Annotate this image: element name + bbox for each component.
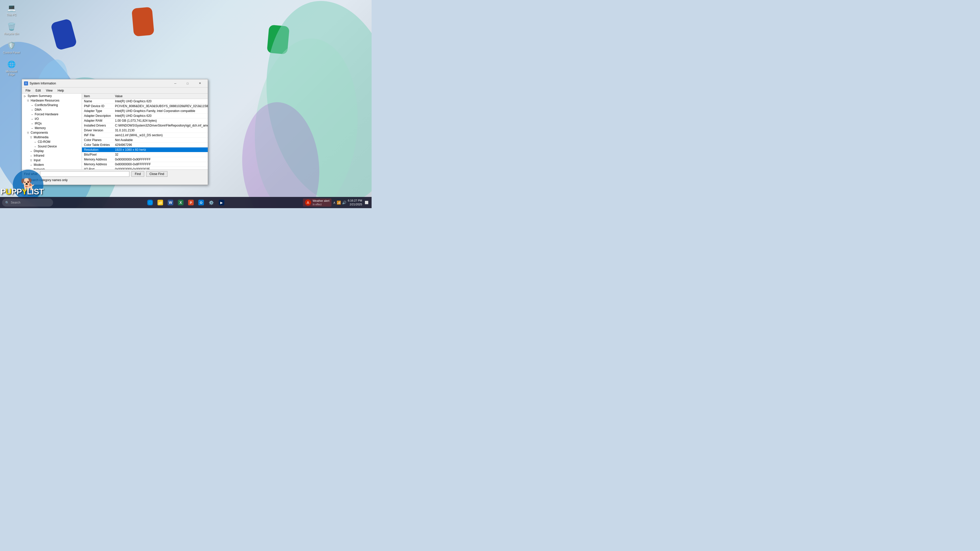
table-cell-value: 0x00003000-0x0000303F xyxy=(113,167,208,170)
data-panel: Item Value NameIntel(R) UHD Graphics 620… xyxy=(82,94,208,169)
table-row[interactable]: Driver Version31.0.101.2130 xyxy=(82,128,208,133)
table-cell-value: 1.00 GB (1,073,741,824 bytes) xyxy=(113,118,208,123)
close-button[interactable]: ✕ xyxy=(194,80,206,86)
tree-input[interactable]: ▽ Input xyxy=(22,158,82,162)
table-row[interactable]: Memory Address0x80000000-0x8FFFFFFF xyxy=(82,162,208,167)
clock-area[interactable]: 6:16:27 PM 2/21/2025 xyxy=(348,199,362,206)
tree-forced-hardware[interactable]: – Forced Hardware xyxy=(22,112,82,117)
menu-file[interactable]: File xyxy=(23,88,33,93)
search-category-label: Search category names only xyxy=(29,178,68,182)
desktop-icon-this-pc[interactable]: 💻 This PC xyxy=(3,3,21,16)
tree-display[interactable]: – Display xyxy=(22,149,82,153)
search-category-checkbox[interactable] xyxy=(24,179,27,182)
table-cell-item: Color Table Entries xyxy=(82,143,113,148)
table-row[interactable]: Color PlanesNot Available xyxy=(82,138,208,143)
taskbar-outlook[interactable]: O xyxy=(197,198,206,207)
table-row[interactable]: I/O Port0x00003000-0x0000303F xyxy=(82,167,208,170)
table-cell-value: PCI\VEN_8086&DEV_3EA0&SUBSYS_08881028&RE… xyxy=(113,104,208,109)
chevron-up-icon[interactable]: ∧ xyxy=(333,200,336,205)
tree-network[interactable]: – Network xyxy=(22,167,82,169)
maximize-button[interactable]: □ xyxy=(182,80,193,86)
network-icon[interactable]: 📶 xyxy=(337,200,341,205)
tree-conflicts-sharing[interactable]: – Conflicts/Sharing xyxy=(22,103,82,107)
table-cell-value: Intel(R) UHD Graphics 620 xyxy=(113,114,208,118)
taskbar-center: 🌐 📁 W X P O ⚙️ ▶ xyxy=(145,198,226,207)
weather-alert-icon: ⚠ xyxy=(305,200,311,206)
tree-label-system-summary: System Summary xyxy=(27,94,52,98)
find-button[interactable]: Find xyxy=(131,171,144,177)
minimize-button[interactable]: ─ xyxy=(169,80,181,86)
table-row[interactable]: Color Table Entries4294967296 xyxy=(82,143,208,148)
desktop-icon-recycle-bin[interactable]: 🗑️ Recycle Bin xyxy=(3,21,21,35)
weather-alert-title: Weather alert xyxy=(313,199,329,203)
table-row[interactable]: Memory Address0x90000000-0x90FFFFFF xyxy=(82,157,208,162)
menu-edit[interactable]: Edit xyxy=(33,88,43,93)
tree-dma[interactable]: – DMA xyxy=(22,107,82,112)
table-cell-item: Installed Drivers xyxy=(82,123,113,128)
taskbar-excel[interactable]: X xyxy=(176,198,185,207)
table-row[interactable]: Resolution1920 x 1080 x 60 hertz xyxy=(82,148,208,152)
tree-infrared[interactable]: – Infrared xyxy=(22,153,82,158)
taskbar-word[interactable]: W xyxy=(166,198,175,207)
taskbar-file-explorer[interactable]: 📁 xyxy=(156,198,165,207)
file-explorer-icon: 📁 xyxy=(158,200,163,205)
col-value: Value xyxy=(113,94,208,99)
tree-io[interactable]: – I/O xyxy=(22,117,82,121)
tree-components[interactable]: ▽ Components xyxy=(22,130,82,135)
svg-rect-2 xyxy=(50,18,77,51)
tree-multimedia[interactable]: ▽ Multimedia xyxy=(22,135,82,140)
table-cell-value: Intel(R) UHD Graphics Family, Intel Corp… xyxy=(113,109,208,114)
weather-alert-widget[interactable]: ⚠ Weather alert In effect xyxy=(303,198,331,206)
taskbar-powerpoint[interactable]: P xyxy=(186,198,196,207)
search-placeholder: Search xyxy=(11,201,21,204)
table-row[interactable]: Bits/Pixel32 xyxy=(82,152,208,157)
clock-date: 2/21/2025 xyxy=(348,203,362,206)
this-pc-label: This PC xyxy=(6,13,16,16)
table-row[interactable]: PNP Device IDPCI\VEN_8086&DEV_3EA0&SUBSY… xyxy=(82,104,208,109)
table-cell-value: Intel(R) UHD Graphics 620 xyxy=(113,99,208,104)
tree-label-sound: Sound Device xyxy=(38,144,57,148)
table-row[interactable]: Adapter DescriptionIntel(R) UHD Graphics… xyxy=(82,114,208,118)
table-cell-item: INF File xyxy=(82,133,113,138)
volume-icon[interactable]: 🔊 xyxy=(342,200,346,205)
taskbar-search[interactable]: 🔍 Search xyxy=(2,198,53,206)
table-cell-value: 0x90000000-0x90FFFFFF xyxy=(113,157,208,162)
notification-area[interactable]: ⬜ xyxy=(364,201,369,204)
table-cell-item: Driver Version xyxy=(82,128,113,133)
desktop-icon-microsoft-edge[interactable]: 🌐 Microsoft Edge xyxy=(3,59,21,76)
tree-label-components: Components xyxy=(30,131,48,135)
table-row[interactable]: INF Fileoem11.inf (iWHL_w10_DS section) xyxy=(82,133,208,138)
tree-label-conflicts: Conflicts/Sharing xyxy=(35,103,58,107)
desktop-icon-control-panel[interactable]: 🛡️ Control Panel xyxy=(3,40,21,54)
svg-rect-3 xyxy=(131,7,154,37)
menu-view[interactable]: View xyxy=(43,88,55,93)
tree-label-cdrom: CD-ROM xyxy=(38,140,50,144)
find-input[interactable] xyxy=(40,171,129,177)
tree-system-summary[interactable]: ▷ System Summary xyxy=(22,94,82,98)
taskbar-settings[interactable]: ⚙️ xyxy=(207,198,216,207)
find-bar: Find what: Find Close Find Search catego… xyxy=(22,169,208,185)
table-row[interactable]: Adapter RAM1.00 GB (1,073,741,824 bytes) xyxy=(82,118,208,123)
tree-label-irqs: IRQs xyxy=(35,122,41,125)
menu-help[interactable]: Help xyxy=(55,88,67,93)
taskbar-terminal[interactable]: ▶ xyxy=(217,198,226,207)
table-row[interactable]: NameIntel(R) UHD Graphics 620 xyxy=(82,99,208,104)
table-cell-item: PNP Device ID xyxy=(82,104,113,109)
tree-memory[interactable]: – Memory xyxy=(22,126,82,130)
table-row[interactable]: Installed DriversC:\WINDOWS\System32\Dri… xyxy=(82,123,208,128)
tree-hardware-resources[interactable]: ▽ Hardware Resources xyxy=(22,98,82,103)
tree-irqs[interactable]: – IRQs xyxy=(22,121,82,126)
system-information-window: ℹ System Information ─ □ ✕ File Edit Vie… xyxy=(22,79,208,185)
tree-cd-rom[interactable]: – CD-ROM xyxy=(22,140,82,144)
powerpoint-icon: P xyxy=(188,200,194,205)
data-table: Item Value NameIntel(R) UHD Graphics 620… xyxy=(82,94,208,169)
tree-modem[interactable]: – Modem xyxy=(22,162,82,167)
tree-sound-device[interactable]: – Sound Device xyxy=(22,144,82,149)
recycle-bin-label: Recycle Bin xyxy=(4,32,19,35)
close-find-button[interactable]: Close Find xyxy=(146,171,167,177)
table-cell-value: Not Available xyxy=(113,138,208,143)
table-cell-item: Adapter RAM xyxy=(82,118,113,123)
table-cell-item: Color Planes xyxy=(82,138,113,143)
taskbar-edge[interactable]: 🌐 xyxy=(145,198,155,207)
table-row[interactable]: Adapter TypeIntel(R) UHD Graphics Family… xyxy=(82,109,208,114)
